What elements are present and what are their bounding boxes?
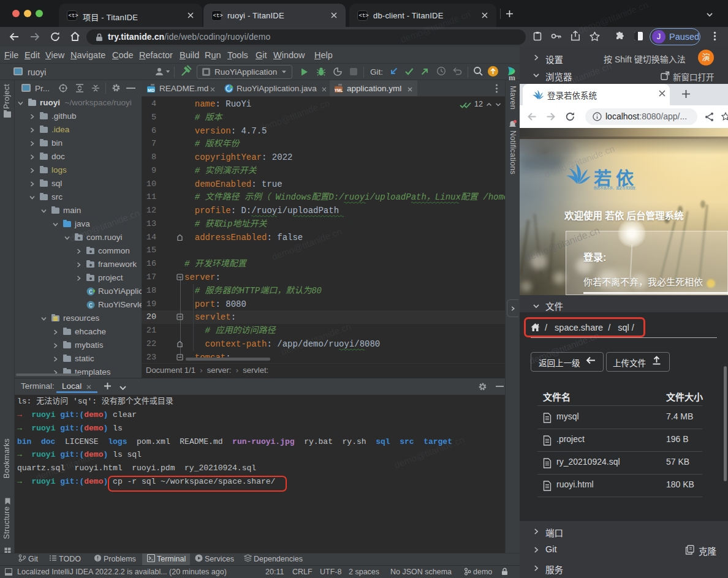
svg-text:C: C (89, 302, 93, 309)
svg-text:MD: MD (148, 88, 154, 92)
svg-text:C: C (89, 289, 93, 296)
svg-text:YML: YML (335, 88, 343, 92)
